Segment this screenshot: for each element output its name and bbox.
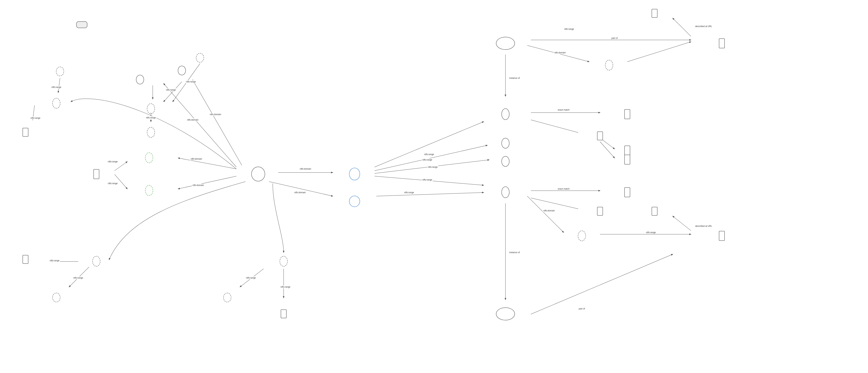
bgrf-plot-theme-node — [145, 149, 153, 163]
edge-rdfs-range-bottom-mid-ner: rdfs:range — [245, 276, 256, 279]
edge-rdfs-range-bottom-right: rdfs:range — [646, 231, 656, 234]
edge-rdfs-range-bgrf-stated: rdfs:range — [51, 86, 62, 89]
edge-rdfs-range-3: rdfs:range — [427, 166, 438, 169]
rdfs-label-spatial-node — [597, 204, 603, 215]
edge-rdfs-domain-stated: rdfs:domain — [554, 51, 566, 54]
stated-in-top-right-node — [605, 57, 613, 70]
svg-line-13 — [531, 120, 578, 133]
ner-novels-mid-node — [223, 290, 231, 302]
edge-rdfs-range-bottom-mid-biblio: rdfs:range — [280, 285, 291, 289]
vocab-mimotext-bottom-node — [719, 228, 725, 241]
edge-rdfs-domain-2: rdfs:domain — [294, 191, 306, 194]
edge-rdfs-range-narrative-str: rdfs:range — [107, 182, 118, 185]
stated-in-mid-node — [147, 100, 155, 114]
github-top-node — [652, 6, 657, 18]
svg-line-18 — [527, 196, 564, 232]
ner-novels-left-node — [52, 290, 60, 302]
edge-rdfs-domain-topic-model: rdfs:domain — [187, 118, 199, 121]
concept-bottom-node — [496, 304, 515, 320]
bibliographie-top-left-node — [23, 125, 28, 137]
edge-rdfs-range-1: rdfs:range — [424, 153, 435, 156]
stated-in-bottom-left-node — [92, 253, 100, 267]
bibliographie-mid-left-node — [23, 252, 28, 264]
edge-described-url-bottom: described at URL — [695, 225, 713, 228]
edge-rdfs-range-stated-scholarly: rdfs:range — [146, 116, 156, 119]
edge-exact-match-spatial: exact match — [557, 188, 570, 190]
thematic-concept-node — [501, 105, 509, 120]
edge-rdfs-range-stated-bottom-biblio: rdfs:range — [49, 259, 60, 262]
edge-rdfs-range-topic: rdfs:range — [165, 89, 176, 91]
svg-line-9 — [673, 18, 691, 36]
topic-model-node — [136, 72, 144, 84]
github-bottom-node — [652, 204, 657, 215]
svg-line-6 — [376, 193, 484, 196]
svg-line-22 — [178, 176, 236, 189]
svg-line-20 — [673, 216, 691, 231]
svg-line-33 — [164, 83, 236, 167]
edge-part-of-1: part of — [611, 37, 618, 40]
bgrf-matching-mid-node — [196, 50, 204, 63]
edge-rdfs-range-4: rdfs:range — [422, 178, 433, 181]
edge-rdfs-range-stated-ner: rdfs:range — [73, 276, 84, 279]
bgrf-matching-top-node — [56, 64, 64, 76]
edge-rdfs-range-stated-biblio: rdfs:range — [30, 116, 41, 120]
edge-rdfs-domain-1: rdfs:domain — [299, 167, 312, 170]
spatial-concept-node — [501, 183, 509, 198]
svg-line-15 — [531, 198, 578, 209]
svg-line-17 — [531, 254, 673, 314]
svg-line-5 — [269, 181, 333, 196]
svg-line-28 — [58, 78, 60, 93]
topic-labels-node — [178, 63, 186, 75]
edge-exact-match-thematic: exact match — [557, 108, 570, 111]
title-node — [76, 18, 88, 29]
edge-rdfs-domain-spatial: rdfs:domain — [543, 209, 555, 212]
edge-described-url-top: described at URL — [695, 25, 713, 28]
svg-line-38 — [600, 142, 615, 158]
bibliographie-bottom-mid-node — [281, 306, 286, 318]
narrative-location-string-node — [145, 182, 153, 196]
string-mid-right-node — [624, 151, 630, 165]
literary-work-node — [251, 164, 265, 181]
stated-in-left-node — [52, 95, 60, 109]
svg-line-34 — [193, 80, 242, 165]
edge-rdfs-range-bgrf-mid: rdfs:range — [185, 80, 196, 83]
edge-rdfs-range-stated: rdfs:range — [564, 28, 575, 31]
edge-instance-of-2: instance of — [509, 251, 520, 254]
author-node — [501, 135, 509, 148]
rdfs-label-thematic-node — [597, 128, 603, 140]
svg-line-30 — [164, 82, 182, 102]
concept-top-node — [496, 34, 515, 50]
about-node — [349, 165, 360, 180]
edge-rdfs-range-5: rdfs:range — [404, 191, 414, 194]
scholarly-literature-node — [147, 124, 155, 138]
edge-rdfs-domain-narrative-str: rdfs:domain — [192, 184, 205, 187]
svg-line-21 — [178, 158, 236, 169]
stated-in-bottom-right-node — [578, 228, 586, 241]
edge-rdfs-domain-topic-labels: rdfs:domain — [209, 113, 222, 116]
stated-in-bottom-mid-node — [280, 253, 288, 267]
edge-instance-of-1: instance of — [509, 77, 520, 79]
svg-line-10 — [627, 42, 691, 62]
edge-part-of-2: part of — [578, 307, 585, 310]
edge-rdfs-range-bgrf: rdfs:range — [107, 160, 118, 163]
string-left-node — [93, 166, 99, 179]
svg-line-24 — [115, 174, 127, 189]
wikidata-spatial-node — [624, 184, 630, 197]
edge-rdfs-range-2: rdfs:range — [422, 158, 433, 161]
narrative-location-node — [349, 193, 360, 207]
edge-rdfs-domain-bgrf: rdfs:domain — [190, 158, 203, 160]
wikidata-thematic-node — [624, 106, 630, 119]
work-node — [501, 153, 509, 167]
vocab-mimotext-top-node — [719, 35, 725, 48]
